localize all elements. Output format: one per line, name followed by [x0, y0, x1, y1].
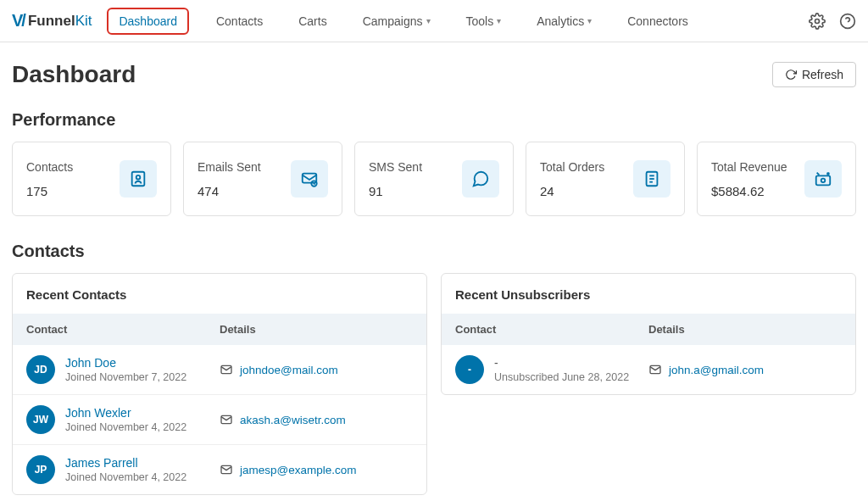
performance-title: Performance [12, 110, 856, 130]
card-value: 91 [369, 184, 422, 198]
nav-carts[interactable]: Carts [290, 9, 335, 33]
brand-mark-icon: V/ [12, 11, 25, 31]
card-label: Contacts [26, 160, 73, 174]
contacts-panels: Recent Contacts Contact Details JD John … [12, 273, 856, 495]
card-label: Total Revenue [711, 160, 787, 174]
nav-campaigns[interactable]: Campaigns▾ [354, 9, 439, 33]
col-details: Details [220, 323, 413, 336]
table-header: Contact Details [13, 314, 426, 345]
nav-analytics[interactable]: Analytics▾ [528, 9, 600, 33]
contact-name[interactable]: James Parrell [65, 456, 186, 470]
nav-dashboard[interactable]: Dashboard [107, 8, 189, 35]
settings-gear-icon[interactable] [809, 13, 826, 30]
table-row: JW John Wexler Joined November 4, 2022 a… [13, 395, 426, 445]
nav-right [809, 13, 856, 30]
chevron-down-icon: ▾ [426, 16, 431, 25]
contact-joined: Joined November 4, 2022 [65, 471, 186, 483]
table-row: JP James Parrell Joined November 4, 2022… [13, 445, 426, 494]
col-contact: Contact [26, 323, 220, 336]
nav-connectors[interactable]: Connectors [619, 9, 697, 33]
refresh-button[interactable]: Refresh [772, 62, 856, 87]
table-row: JD John Doe Joined November 7, 2022 john… [13, 345, 426, 395]
nav-tools[interactable]: Tools▾ [458, 9, 510, 33]
table-header: Contact Details [442, 314, 855, 345]
card-sms-sent[interactable]: SMS Sent 91 [354, 142, 514, 216]
brand-logo[interactable]: V/ FunnelKit [12, 11, 92, 31]
card-contacts[interactable]: Contacts 175 [12, 142, 171, 216]
svg-point-0 [815, 19, 820, 23]
performance-cards: Contacts 175 Emails Sent 474 SMS Sent 91 [12, 142, 856, 216]
chevron-down-icon: ▾ [497, 16, 501, 25]
col-details: Details [648, 323, 842, 336]
chevron-down-icon: ▾ [587, 16, 592, 25]
card-total-revenue[interactable]: Total Revenue $5884.62 [697, 142, 856, 216]
panel-title: Recent Contacts [13, 274, 426, 314]
envelope-icon [220, 463, 233, 476]
contact-name[interactable]: John Doe [65, 356, 186, 370]
panel-recent-contacts: Recent Contacts Contact Details JD John … [12, 273, 427, 495]
contact-joined: Joined November 4, 2022 [65, 421, 186, 433]
panel-recent-unsubscribers: Recent Unsubscribers Contact Details - -… [441, 273, 856, 395]
avatar: JW [26, 405, 55, 434]
top-nav: V/ FunnelKit Dashboard Contacts Carts Ca… [0, 0, 868, 42]
avatar: - [455, 355, 484, 384]
table-row: - - Unsubscribed June 28, 2022 john.a@gm… [442, 345, 855, 394]
contact-unsubscribed: Unsubscribed June 28, 2022 [494, 371, 629, 383]
contact-email[interactable]: john.a@gmail.com [669, 364, 764, 376]
svg-point-12 [821, 179, 826, 183]
card-total-orders[interactable]: Total Orders 24 [526, 142, 685, 216]
help-icon[interactable] [839, 13, 856, 30]
col-contact: Contact [455, 323, 648, 336]
svg-rect-11 [816, 175, 831, 185]
card-value: 24 [540, 184, 604, 198]
contact-name: - [494, 356, 629, 370]
card-value: 474 [198, 184, 261, 198]
contact-joined: Joined November 7, 2022 [65, 371, 186, 383]
svg-point-4 [136, 175, 141, 180]
envelope-send-icon [291, 160, 328, 198]
receipt-icon [633, 160, 670, 198]
card-label: Total Orders [540, 160, 604, 174]
contact-email[interactable]: akash.a@wisetr.com [240, 414, 346, 426]
card-label: SMS Sent [369, 160, 422, 174]
contact-email[interactable]: jamesp@example.com [240, 464, 357, 476]
nav-contacts[interactable]: Contacts [208, 9, 271, 33]
card-label: Emails Sent [198, 160, 261, 174]
contact-name[interactable]: John Wexler [65, 406, 186, 420]
page-title: Dashboard [12, 61, 136, 88]
page-header: Dashboard Refresh [12, 61, 856, 88]
brand-kit: Kit [75, 13, 92, 29]
contact-email[interactable]: johndoe@mail.com [240, 364, 338, 376]
card-emails-sent[interactable]: Emails Sent 474 [183, 142, 342, 216]
avatar: JP [26, 455, 55, 484]
envelope-icon [220, 413, 233, 426]
nav-items: Dashboard Contacts Carts Campaigns▾ Tool… [107, 8, 809, 35]
page-body: Dashboard Refresh Performance Contacts 1… [0, 42, 868, 495]
revenue-icon [804, 160, 842, 198]
card-value: $5884.62 [711, 184, 787, 198]
contacts-section-title: Contacts [12, 242, 856, 261]
brand-funnel: Funnel [28, 13, 75, 29]
panel-title: Recent Unsubscribers [442, 274, 855, 314]
refresh-icon [785, 69, 797, 81]
envelope-icon [220, 363, 233, 376]
contact-card-icon [120, 160, 157, 198]
card-value: 175 [26, 184, 73, 198]
chat-bubble-icon [462, 160, 499, 198]
avatar: JD [26, 355, 55, 384]
envelope-icon [648, 363, 662, 376]
